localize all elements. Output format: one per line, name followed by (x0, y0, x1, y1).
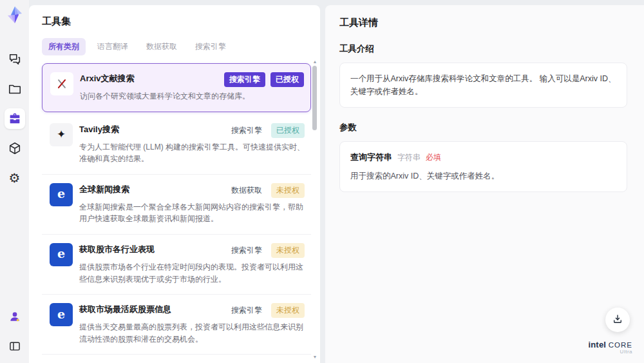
auth-status-badge: 未授权 (271, 243, 305, 258)
scrollbar[interactable]: ▲ ▼ (312, 59, 318, 359)
tool-card[interactable]: 万维地区新闻查询 搜索引擎 未授权 查询具体行政区划内的新闻，快速了解各地新闻动… (42, 355, 311, 363)
tool-card[interactable]: e 全球新闻搜索 数据获取 未授权 全球新闻搜索是一个聚合全球各大新闻网站内容的… (42, 175, 311, 235)
auth-status-badge: 未授权 (271, 183, 305, 198)
auth-status-badge: 未授权 (271, 303, 305, 318)
sidebar-item-files[interactable] (5, 79, 25, 99)
tool-list-panel: 工具集 所有类别语言翻译数据获取搜索引擎 Arxiv文献搜索 搜索引擎 已授权 … (29, 5, 320, 363)
app-logo-icon[interactable] (5, 5, 24, 25)
arxiv-logo-icon (55, 77, 68, 90)
news-logo-icon: e (57, 188, 65, 200)
tool-card[interactable]: e 获取市场最活跃股票信息 搜索引擎 未授权 提供当天交易量最高的股票列表，投资… (42, 295, 311, 355)
tavily-star-icon: ✦ (57, 129, 66, 140)
category-tabs: 所有类别语言翻译数据获取搜索引擎 (42, 38, 311, 55)
auth-status-badge: 已授权 (270, 72, 304, 87)
tool-icon: e (50, 303, 73, 326)
tool-name: Arxiv文献搜索 (80, 72, 224, 84)
app-window: ⚙ 工具集 所有类别语言翻译数据获取搜索引擎 (0, 0, 644, 363)
tool-description: 全球新闻搜索是一个聚合全球各大新闻网站内容的搜索引擎，帮助用户快速获取全球最新资… (79, 201, 305, 225)
tool-icon: ✦ (50, 123, 73, 146)
tool-icon: e (50, 183, 73, 206)
category-tab[interactable]: 所有类别 (42, 38, 86, 55)
sidebar-item-account[interactable] (5, 306, 25, 327)
param-card: 查询字符串 字符串 必填 用于搜索的Arxiv ID、关键字或作者姓名。 (339, 141, 627, 192)
tool-name: 全球新闻搜索 (79, 183, 231, 195)
tool-description: 提供股票市场各个行业在特定时间段内的表现。投资者可以利用这些信息来识别表现优于或… (79, 261, 305, 285)
auth-status-badge: 已授权 (271, 123, 305, 138)
chat-icon (8, 52, 22, 66)
sidebar-item-settings[interactable]: ⚙ (5, 168, 25, 188)
category-tab[interactable]: 语言翻译 (91, 38, 135, 55)
scrollbar-thumb[interactable] (312, 66, 317, 130)
param-type: 字符串 (397, 152, 421, 164)
user-avatar-icon (8, 310, 21, 323)
folder-icon (8, 82, 22, 96)
news-logo-icon: e (57, 248, 65, 260)
params-heading: 参数 (339, 122, 627, 133)
download-button[interactable] (605, 308, 630, 332)
tool-name: 获取股市各行业表现 (79, 243, 231, 255)
nav-rail: ⚙ (0, 0, 29, 363)
tool-name: 获取市场最活跃股票信息 (79, 303, 231, 315)
scrollbar-up-icon[interactable]: ▲ (312, 59, 318, 64)
category-badge: 数据获取 (231, 185, 262, 196)
gear-icon: ⚙ (9, 172, 21, 184)
panel-toggle-icon (8, 340, 21, 353)
category-badge: 搜索引擎 (224, 72, 265, 87)
tool-description: 提供当天交易量最高的股票列表，投资者可以利用这些信息来识别流动性强的股票和潜在的… (79, 321, 305, 345)
brand-ultra: Ultra (588, 349, 632, 355)
brand-intel: intel (588, 340, 606, 349)
tool-name: Tavily搜索 (79, 123, 231, 135)
tool-card[interactable]: ✦ Tavily搜索 搜索引擎 已授权 专为人工智能代理 (LLM) 构建的搜索… (42, 115, 311, 175)
cube-icon (8, 141, 22, 155)
tool-icon: e (50, 243, 73, 266)
category-badge: 搜索引擎 (231, 305, 262, 316)
category-badge: 搜索引擎 (231, 125, 262, 136)
category-badge: 搜索引擎 (231, 245, 262, 256)
tool-description: 访问各个研究领域大量科学论文和文章的存储库。 (80, 90, 304, 103)
tool-icon (50, 72, 73, 95)
page-title: 工具集 (42, 15, 311, 28)
briefcase-icon (8, 112, 22, 126)
category-tab[interactable]: 数据获取 (140, 38, 184, 55)
param-name: 查询字符串 (350, 151, 392, 164)
tool-description: 专为人工智能代理 (LLM) 构建的搜索引擎工具。可快速提供实时、准确和真实的结… (79, 141, 305, 165)
sidebar-item-tools[interactable] (5, 108, 25, 129)
news-logo-icon: e (57, 308, 65, 320)
tool-detail-panel: 工具详情 工具介绍 一个用于从Arxiv存储库搜索科学论文和文章的工具。 输入可… (325, 5, 644, 363)
param-description: 用于搜索的Arxiv ID、关键字或作者姓名。 (350, 170, 616, 182)
brand-core: CORE (609, 341, 632, 349)
sidebar-item-models[interactable] (5, 138, 25, 159)
scrollbar-down-icon[interactable]: ▼ (312, 355, 318, 359)
intro-text: 一个用于从Arxiv存储库搜索科学论文和文章的工具。 输入可以是Arxiv ID… (339, 63, 627, 108)
intel-core-logo: intel CORE Ultra (588, 340, 632, 355)
param-required-badge: 必填 (426, 152, 441, 164)
sidebar-item-collapse[interactable] (5, 336, 25, 357)
tool-card[interactable]: Arxiv文献搜索 搜索引擎 已授权 访问各个研究领域大量科学论文和文章的存储库… (42, 63, 311, 112)
category-tab[interactable]: 搜索引擎 (189, 38, 232, 55)
sidebar-item-chat[interactable] (5, 49, 25, 70)
download-icon (612, 313, 623, 327)
detail-title: 工具详情 (339, 17, 627, 29)
tool-card[interactable]: e 获取股市各行业表现 搜索引擎 未授权 提供股票市场各个行业在特定时间段内的表… (42, 235, 311, 295)
intro-heading: 工具介绍 (339, 43, 627, 55)
tool-cards-list: Arxiv文献搜索 搜索引擎 已授权 访问各个研究领域大量科学论文和文章的存储库… (42, 63, 311, 363)
